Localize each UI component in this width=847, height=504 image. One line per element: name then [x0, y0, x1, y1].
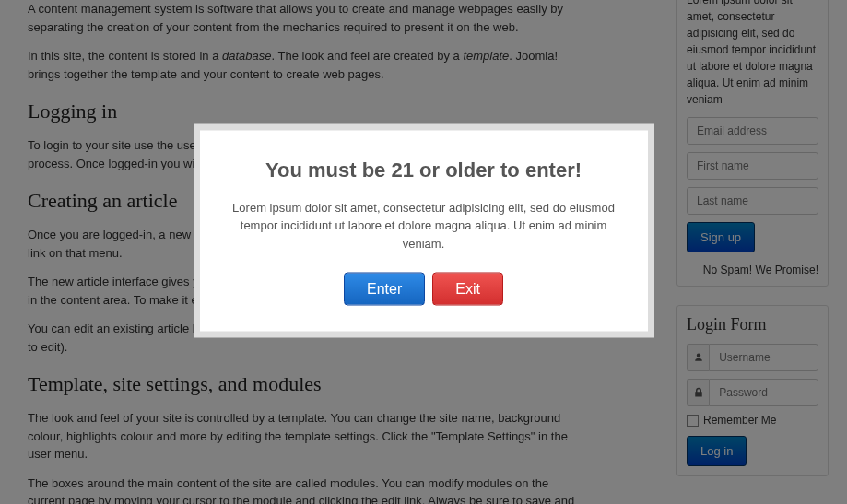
enter-button[interactable]: Enter [344, 273, 425, 306]
modal-button-row: Enter Exit [223, 273, 625, 306]
modal-title: You must be 21 or older to enter! [223, 158, 625, 182]
modal-text: Lorem ipsum dolor sit amet, consectetur … [223, 198, 625, 252]
age-gate-modal: You must be 21 or older to enter! Lorem … [194, 123, 654, 338]
modal-body: You must be 21 or older to enter! Lorem … [200, 130, 648, 332]
exit-button[interactable]: Exit [432, 273, 503, 306]
